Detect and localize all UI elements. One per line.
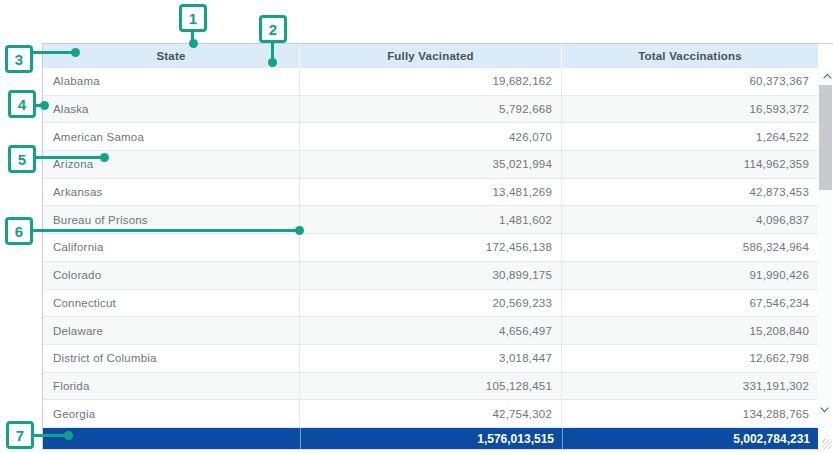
cell-state: Alaska bbox=[43, 96, 300, 123]
attribute-table: State Fully Vacinated Total Vaccinations… bbox=[42, 43, 833, 450]
table-body: Alabama 19,682,162 60,373,367 Alaska 5,7… bbox=[43, 68, 833, 428]
table-row[interactable]: Alaska 5,792,668 16,593,372 bbox=[43, 96, 818, 124]
callout-number: 3 bbox=[15, 51, 23, 68]
column-header-fully-vacinated[interactable]: Fully Vacinated bbox=[300, 44, 561, 68]
callout-dot-2 bbox=[268, 58, 277, 67]
vertical-scrollbar[interactable] bbox=[818, 68, 833, 428]
callout-box-4: 4 bbox=[8, 90, 36, 118]
cell-fully-vacinated: 13,481,269 bbox=[300, 179, 562, 206]
callout-dot-5 bbox=[100, 153, 109, 162]
chevron-down-icon bbox=[820, 404, 828, 412]
cell-total-vaccinations: 114,962,359 bbox=[562, 151, 818, 178]
table-row[interactable]: Delaware 4,656,497 15,208,840 bbox=[43, 317, 818, 345]
cell-state: Florida bbox=[43, 373, 300, 400]
column-header-state[interactable]: State bbox=[43, 44, 299, 68]
cell-state: Connecticut bbox=[43, 290, 300, 317]
callout-box-7: 7 bbox=[6, 421, 34, 449]
callout-number: 5 bbox=[18, 151, 26, 168]
scroll-down-button[interactable] bbox=[818, 401, 833, 415]
cell-total-vaccinations: 586,324,964 bbox=[562, 234, 818, 261]
table-row[interactable]: Colorado 30,899,175 91,990,426 bbox=[43, 262, 818, 290]
summary-statistics-row: 1,576,013,515 5,002,784,231 bbox=[43, 428, 818, 450]
callout-number: 4 bbox=[18, 96, 26, 113]
callout-box-3: 3 bbox=[5, 45, 33, 73]
callout-line-6 bbox=[33, 229, 299, 232]
callout-number: 2 bbox=[269, 21, 277, 38]
resize-grip[interactable] bbox=[822, 439, 832, 449]
cell-fully-vacinated: 42,754,302 bbox=[300, 400, 562, 427]
cell-state: California bbox=[43, 234, 300, 261]
callout-dot-1 bbox=[189, 39, 198, 48]
cell-total-vaccinations: 134,288,765 bbox=[562, 400, 818, 427]
cell-total-vaccinations: 91,990,426 bbox=[562, 262, 818, 289]
callout-line-5 bbox=[34, 156, 104, 159]
callout-line-3 bbox=[33, 51, 76, 54]
scroll-up-button[interactable] bbox=[818, 71, 833, 85]
cell-fully-vacinated: 172,456,138 bbox=[300, 234, 562, 261]
chevron-up-icon bbox=[823, 74, 831, 82]
cell-total-vaccinations: 60,373,367 bbox=[562, 68, 818, 95]
callout-box-5: 5 bbox=[8, 145, 36, 173]
cell-fully-vacinated: 5,792,668 bbox=[300, 96, 562, 123]
table-header-row: State Fully Vacinated Total Vaccinations bbox=[43, 44, 833, 68]
cell-total-vaccinations: 12,662,798 bbox=[562, 345, 818, 372]
cell-total-vaccinations: 67,546,234 bbox=[562, 290, 818, 317]
cell-state: Alabama bbox=[43, 68, 300, 95]
summary-fully-vacinated-total: 1,576,013,515 bbox=[300, 428, 562, 449]
table-row[interactable]: Arkansas 13,481,269 42,873,453 bbox=[43, 179, 818, 207]
callout-box-2: 2 bbox=[259, 15, 287, 43]
callout-line-7 bbox=[34, 434, 68, 437]
callout-box-1: 1 bbox=[179, 4, 207, 32]
cell-fully-vacinated: 105,128,451 bbox=[300, 373, 562, 400]
table-row[interactable]: Connecticut 20,569,233 67,546,234 bbox=[43, 290, 818, 318]
cell-fully-vacinated: 1,481,602 bbox=[300, 206, 562, 233]
table-widget-screenshot: State Fully Vacinated Total Vaccinations… bbox=[0, 0, 833, 453]
table-row[interactable]: District of Columbia 3,018,447 12,662,79… bbox=[43, 345, 818, 373]
table-row[interactable]: American Samoa 426,070 1,264,522 bbox=[43, 123, 818, 151]
cell-total-vaccinations: 42,873,453 bbox=[562, 179, 818, 206]
cell-fully-vacinated: 3,018,447 bbox=[300, 345, 562, 372]
callout-number: 7 bbox=[16, 427, 24, 444]
callout-number: 1 bbox=[189, 10, 197, 27]
summary-total-vaccinations-total: 5,002,784,231 bbox=[562, 428, 818, 449]
table-row[interactable]: Alabama 19,682,162 60,373,367 bbox=[43, 68, 818, 96]
cell-total-vaccinations: 16,593,372 bbox=[562, 96, 818, 123]
table-row[interactable]: Georgia 42,754,302 134,288,765 bbox=[43, 400, 818, 428]
cell-state: Delaware bbox=[43, 317, 300, 344]
cell-total-vaccinations: 4,096,837 bbox=[562, 206, 818, 233]
summary-state-cell bbox=[43, 428, 300, 449]
cell-fully-vacinated: 20,569,233 bbox=[300, 290, 562, 317]
callout-dot-3 bbox=[71, 48, 80, 57]
cell-state: Arkansas bbox=[43, 179, 300, 206]
cell-state: Colorado bbox=[43, 262, 300, 289]
cell-total-vaccinations: 15,208,840 bbox=[562, 317, 818, 344]
callout-dot-7 bbox=[64, 431, 73, 440]
scrollbar-thumb[interactable] bbox=[819, 85, 832, 190]
cell-fully-vacinated: 4,656,497 bbox=[300, 317, 562, 344]
callout-dot-6 bbox=[295, 226, 304, 235]
cell-state: Georgia bbox=[43, 400, 300, 427]
cell-fully-vacinated: 19,682,162 bbox=[300, 68, 562, 95]
cell-total-vaccinations: 1,264,522 bbox=[562, 123, 818, 150]
column-header-total-vaccinations[interactable]: Total Vaccinations bbox=[562, 44, 818, 68]
cell-fully-vacinated: 30,899,175 bbox=[300, 262, 562, 289]
table-row[interactable]: Arizona 35,021,994 114,962,359 bbox=[43, 151, 818, 179]
cell-state: District of Columbia bbox=[43, 345, 300, 372]
callout-number: 6 bbox=[15, 223, 23, 240]
cell-fully-vacinated: 35,021,994 bbox=[300, 151, 562, 178]
cell-total-vaccinations: 331,191,302 bbox=[562, 373, 818, 400]
table-row[interactable]: California 172,456,138 586,324,964 bbox=[43, 234, 818, 262]
callout-dot-4 bbox=[40, 101, 49, 110]
callout-box-6: 6 bbox=[5, 217, 33, 245]
cell-state: American Samoa bbox=[43, 123, 300, 150]
cell-fully-vacinated: 426,070 bbox=[300, 123, 562, 150]
table-row[interactable]: Florida 105,128,451 331,191,302 bbox=[43, 373, 818, 401]
